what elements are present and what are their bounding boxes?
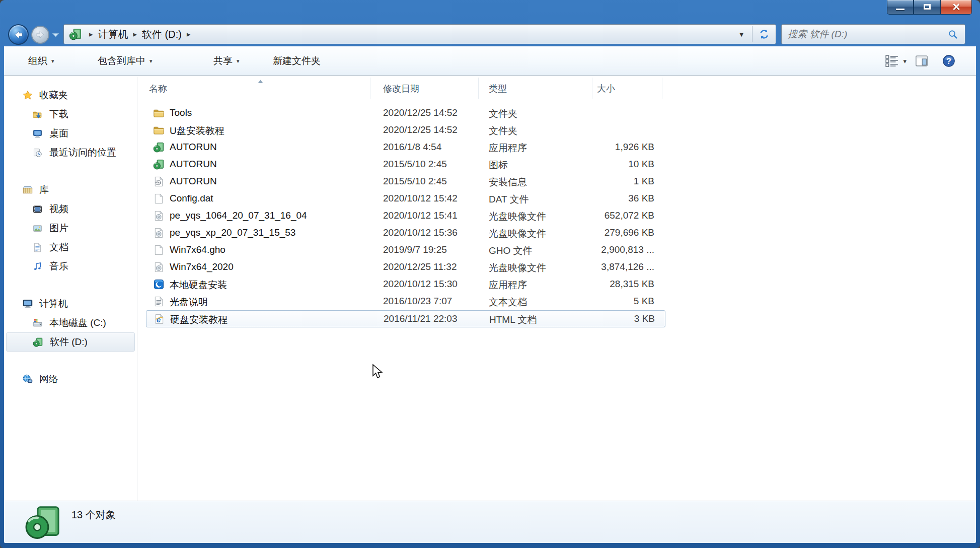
- sidebar-item[interactable]: 本地磁盘 (C:): [4, 313, 137, 332]
- file-size: 1,926 KB: [577, 142, 654, 153]
- file-row[interactable]: 本地硬盘安装2020/10/12 15:30应用程序28,315 KB: [146, 276, 665, 293]
- sidebar-section-label: 库: [39, 183, 49, 196]
- sidebar-item[interactable]: 音乐: [4, 257, 137, 276]
- file-date: 2019/9/7 19:25: [383, 244, 447, 255]
- file-row[interactable]: Config.dat2020/10/12 15:42DAT 文件36 KB: [146, 190, 665, 208]
- include-in-library-button[interactable]: 包含到库中▾: [94, 46, 157, 76]
- sidebar-item[interactable]: 视频: [4, 199, 137, 219]
- search-box[interactable]: 搜索 软件 (D:): [781, 24, 965, 44]
- minimize-icon: [896, 9, 904, 10]
- file-row[interactable]: pe_yqs_1064_20_07_31_16_042020/10/12 15:…: [146, 208, 665, 225]
- help-icon: ?: [942, 54, 956, 68]
- divider: [752, 26, 752, 42]
- caret-down-icon: ▾: [903, 57, 907, 65]
- breadcrumb-item[interactable]: 软件 (D:): [142, 28, 182, 41]
- share-button[interactable]: 共享▾: [209, 46, 244, 76]
- blank-file-icon: [153, 244, 165, 256]
- file-row[interactable]: pe_yqs_xp_20_07_31_15_532020/10/12 15:36…: [146, 225, 665, 242]
- file-date: 2015/5/10 2:45: [383, 176, 447, 187]
- sidebar-item[interactable]: 最近访问的位置: [4, 143, 137, 162]
- ie-html-icon: e: [154, 313, 165, 325]
- sidebar-section-header[interactable]: 计算机: [4, 294, 137, 313]
- back-arrow-icon: [13, 29, 24, 40]
- address-bar[interactable]: ▸计算机▸软件 (D:)▸ ▼: [63, 24, 776, 44]
- hdd-install-app-icon: [153, 279, 165, 290]
- file-name: Tools: [170, 107, 192, 118]
- back-button[interactable]: [8, 24, 29, 45]
- file-name: AUTORUN: [170, 176, 217, 187]
- folder-icon: [153, 107, 165, 119]
- file-row[interactable]: 光盘说明2016/10/23 7:07文本文档5 KB: [146, 293, 665, 310]
- breadcrumb-item[interactable]: 计算机: [98, 28, 128, 41]
- disc-image-file-icon: [153, 261, 165, 273]
- sidebar-item[interactable]: 软件 (D:): [6, 332, 135, 352]
- address-dropdown-button[interactable]: ▼: [738, 30, 745, 38]
- file-name: Win7x64_2020: [170, 261, 234, 272]
- file-type: 光盘映像文件: [489, 227, 546, 240]
- sidebar-item-label: 桌面: [49, 127, 68, 140]
- recent-pages-button[interactable]: [52, 31, 59, 40]
- sidebar-item-label: 视频: [49, 202, 68, 216]
- file-row[interactable]: AUTORUN2015/5/10 2:45安装信息1 KB: [146, 173, 665, 190]
- forward-button[interactable]: [31, 26, 49, 44]
- file-row[interactable]: AUTORUN2016/1/8 4:54应用程序1,926 KB: [146, 139, 665, 156]
- column-header-name[interactable]: 名称: [149, 83, 167, 95]
- sidebar-section-header[interactable]: 收藏夹: [4, 86, 137, 105]
- list-view-icon: [884, 54, 899, 68]
- sidebar-section-label: 计算机: [39, 297, 68, 310]
- help-button[interactable]: ?: [939, 46, 959, 76]
- file-row[interactable]: e硬盘安装教程2016/11/21 22:03HTML 文档3 KB: [146, 310, 665, 327]
- file-name: 本地硬盘安装: [170, 279, 227, 292]
- file-row[interactable]: U盘安装教程2020/12/25 14:52文件夹: [146, 122, 665, 139]
- caret-down-icon: ▾: [51, 58, 54, 64]
- sidebar-item-label: 图片: [49, 222, 68, 235]
- mouse-cursor: [371, 364, 385, 382]
- music-icon: [32, 261, 43, 272]
- new-folder-button[interactable]: 新建文件夹: [269, 46, 325, 76]
- column-header-date[interactable]: 修改日期: [383, 83, 419, 95]
- sidebar-section: 计算机本地磁盘 (C:)软件 (D:): [4, 294, 137, 352]
- change-view-button[interactable]: ▾: [881, 46, 910, 76]
- close-button[interactable]: [940, 0, 972, 15]
- file-row[interactable]: AUTORUN2015/5/10 2:45图标10 KB: [146, 156, 665, 173]
- green-disc-drive-icon: [24, 503, 62, 541]
- file-name: AUTORUN: [170, 159, 217, 170]
- file-size: 36 KB: [577, 193, 654, 204]
- green-disc-drive-icon: [153, 159, 165, 170]
- column-header-size[interactable]: 大小: [597, 83, 615, 95]
- column-header-type[interactable]: 类型: [489, 83, 507, 95]
- organize-button[interactable]: 组织▾: [24, 46, 58, 76]
- file-size: 279,696 KB: [577, 227, 654, 238]
- sidebar-item[interactable]: 图片: [4, 219, 137, 238]
- minimize-button[interactable]: [887, 0, 914, 15]
- file-row[interactable]: Win7x64.gho2019/9/7 19:25GHO 文件2,900,813…: [146, 242, 665, 259]
- star-favorites-icon: [22, 90, 33, 101]
- file-date: 2020/10/12 15:30: [383, 279, 458, 290]
- file-name: pe_yqs_xp_20_07_31_15_53: [170, 227, 295, 238]
- sidebar-item[interactable]: 下载: [4, 105, 137, 124]
- videos-icon: [32, 204, 43, 215]
- sidebar-item[interactable]: 文档: [4, 238, 137, 257]
- sidebar-item[interactable]: 桌面: [4, 124, 137, 143]
- file-date: 2020/12/25 14:52: [383, 107, 458, 118]
- sidebar-section-header[interactable]: 网络: [4, 370, 137, 389]
- file-list: Tools2020/12/25 14:52文件夹U盘安装教程2020/12/25…: [137, 105, 976, 327]
- chevron-down-icon: [52, 32, 59, 38]
- sidebar-item-label: 软件 (D:): [50, 335, 88, 349]
- download-folder-icon: [32, 109, 43, 120]
- setup-info-icon: [153, 176, 165, 187]
- sidebar-section-header[interactable]: 库: [4, 180, 137, 199]
- refresh-button[interactable]: [756, 26, 773, 42]
- sidebar-item-label: 音乐: [49, 260, 68, 273]
- folder-icon: [153, 124, 165, 136]
- file-row[interactable]: Win7x64_20202020/12/25 11:32光盘映像文件3,874,…: [146, 259, 665, 276]
- file-size: 652,072 KB: [577, 210, 654, 221]
- file-type: 文件夹: [489, 124, 517, 138]
- breadcrumb: ▸计算机▸软件 (D:)▸: [84, 28, 195, 41]
- file-row[interactable]: Tools2020/12/25 14:52文件夹: [146, 105, 665, 122]
- file-type: DAT 文件: [489, 193, 529, 206]
- maximize-button[interactable]: [914, 0, 940, 15]
- sidebar-section: 网络: [4, 370, 137, 389]
- preview-pane-button[interactable]: [912, 46, 932, 76]
- file-name: 硬盘安装教程: [170, 313, 228, 326]
